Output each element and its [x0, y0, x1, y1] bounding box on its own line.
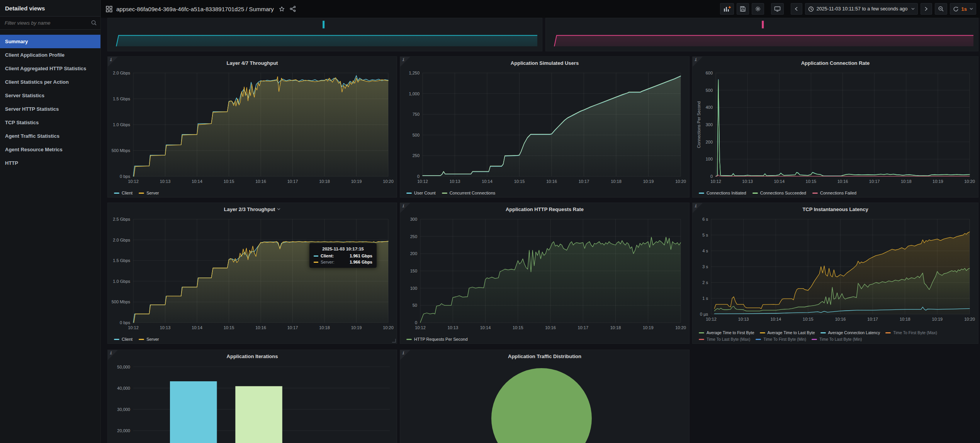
panel-title[interactable]: Application Iterations: [108, 350, 397, 362]
sidebar-item-client-application-profile[interactable]: Client Application Profile: [0, 48, 100, 62]
legend-item[interactable]: Connections Failed: [812, 191, 856, 195]
panel-title[interactable]: Layer 2/3 Throughput: [108, 203, 397, 215]
sidebar-item-tcp-statistics[interactable]: TCP Statistics: [0, 116, 100, 129]
panel-title[interactable]: Layer 4/7 Throughput: [108, 57, 397, 69]
star-icon[interactable]: [279, 6, 285, 12]
chart-legend: HTTP Requests Per Second: [406, 337, 686, 342]
svg-text:10:15: 10:15: [803, 317, 814, 321]
svg-text:600: 600: [706, 71, 713, 75]
dashboard-grid-icon[interactable]: [106, 6, 112, 12]
panel-resize-handle[interactable]: [392, 339, 396, 343]
legend-item[interactable]: Time To Last Byte (Min): [812, 337, 862, 342]
svg-text:10:19: 10:19: [932, 317, 943, 321]
zoom-out-icon[interactable]: [935, 3, 947, 15]
svg-text:5 s: 5 s: [702, 233, 708, 237]
svg-text:0 µs: 0 µs: [700, 312, 708, 316]
legend-item[interactable]: Connections Succeeded: [752, 191, 806, 195]
svg-text:6 s: 6 s: [702, 217, 708, 222]
sidebar-item-client-statistics-per-action[interactable]: Client Statistics per Action: [0, 75, 100, 89]
panel-info-icon[interactable]: i: [108, 350, 118, 360]
panel-info-icon[interactable]: i: [108, 57, 118, 67]
tooltip-row-server: Server: 1.966 Gbps: [314, 260, 372, 264]
svg-text:250: 250: [413, 153, 420, 158]
dashboard-topbar: appsec-86fa09e4-369a-46fc-a51a-833891701…: [100, 0, 980, 18]
chart-area[interactable]: 05010015020025030010:1210:1310:1410:1510…: [403, 215, 686, 332]
settings-gear-icon[interactable]: [752, 3, 764, 15]
panel-title[interactable]: Application Connection Rate: [693, 57, 978, 69]
svg-text:10:19: 10:19: [932, 179, 943, 184]
panel-info-icon[interactable]: i: [693, 57, 703, 67]
chevron-down-icon: [911, 8, 915, 10]
sidebar-item-server-http-statistics[interactable]: Server HTTP Statistics: [0, 102, 100, 116]
legend-item[interactable]: Time To Last Byte (Max): [699, 337, 750, 342]
panel-overview-server-cutoff[interactable]: [545, 18, 978, 51]
panel-title[interactable]: TCP Instantaneous Latency: [693, 203, 978, 215]
chart-area[interactable]: 010020030040050060010:1210:1310:1410:151…: [696, 69, 975, 186]
panel-title[interactable]: Application Traffic Distribution: [400, 350, 689, 362]
svg-text:2.0 Gbps: 2.0 Gbps: [113, 71, 130, 75]
save-dashboard-button[interactable]: [737, 3, 749, 15]
share-icon[interactable]: [290, 6, 296, 12]
legend-item[interactable]: Client: [114, 191, 132, 195]
chart-area[interactable]: [109, 19, 540, 49]
dashboard-title[interactable]: appsec-86fa09e4-369a-46fc-a51a-833891701…: [116, 6, 274, 12]
sidebar-item-client-aggregated-http-statistics[interactable]: Client Aggregated HTTP Statistics: [0, 62, 100, 75]
panel-title[interactable]: Application HTTP Requests Rate: [400, 203, 689, 215]
legend-item[interactable]: Average Time to First Byte: [699, 330, 754, 335]
chart-area[interactable]: 02505007501,0001,25010:1210:1310:1410:15…: [403, 69, 686, 186]
chart-area[interactable]: [547, 19, 977, 49]
svg-text:500: 500: [413, 133, 420, 137]
legend-item[interactable]: Average Connection Latency: [820, 330, 880, 335]
svg-text:10:20: 10:20: [964, 317, 975, 321]
legend-item[interactable]: Concurrent Connections: [442, 191, 496, 195]
legend-item[interactable]: Average Time to Last Byte: [760, 330, 815, 335]
svg-text:2.5 Gbps: 2.5 Gbps: [113, 217, 130, 222]
legend-item[interactable]: Time To First Byte (Max): [885, 330, 937, 335]
panel-http-requests-rate: i Application HTTP Requests Rate 0501001…: [400, 203, 690, 344]
add-panel-button[interactable]: [720, 3, 734, 15]
chart-area[interactable]: 0 µs1 s2 s3 s4 s5 s6 s10:1210:1310:1410:…: [696, 215, 975, 323]
grafana-dashboard: Detailed views SummaryClient Application…: [0, 0, 980, 443]
time-range-picker[interactable]: 2025-11-03 10:11:57 to a few seconds ago: [805, 3, 918, 15]
cycle-view-tv-icon[interactable]: [771, 3, 784, 15]
svg-text:10:18: 10:18: [900, 317, 910, 321]
sidebar-item-http[interactable]: HTTP: [0, 156, 100, 170]
time-shift-forward-button[interactable]: [921, 3, 932, 15]
panel-menu-caret-icon[interactable]: [277, 208, 280, 210]
sidebar-item-agent-traffic-statistics[interactable]: Agent Traffic Statistics: [0, 129, 100, 143]
svg-text:1.0 Gbps: 1.0 Gbps: [113, 279, 130, 284]
series-color-dash: [314, 262, 318, 263]
sidebar-item-server-statistics[interactable]: Server Statistics: [0, 89, 100, 102]
sidebar-item-summary[interactable]: Summary: [0, 35, 100, 48]
chart-legend: Connections InitiatedConnections Succeed…: [699, 191, 975, 195]
svg-text:2.0 Gbps: 2.0 Gbps: [113, 238, 130, 242]
panel-info-icon[interactable]: i: [400, 57, 410, 67]
legend-item[interactable]: Client: [114, 337, 132, 342]
panel-connection-rate: i Application Connection Rate 0100200300…: [692, 56, 978, 198]
chart-area[interactable]: 50,00040,00030,00020,000: [111, 362, 394, 443]
panel-info-icon[interactable]: i: [693, 203, 703, 213]
legend-item[interactable]: Server: [139, 191, 159, 195]
chart-area[interactable]: [403, 362, 686, 443]
panel-info-icon[interactable]: i: [400, 350, 410, 360]
panel-overview-client-cutoff[interactable]: [107, 18, 542, 51]
panel-title[interactable]: Application Simulated Users: [400, 57, 689, 69]
chart-area[interactable]: 0 bps500 Mbps1.0 Gbps1.5 Gbps2.0 Gbps10:…: [111, 69, 394, 186]
svg-text:500 Mbps: 500 Mbps: [112, 148, 131, 153]
sidebar-item-agent-resource-metrics[interactable]: Agent Resource Metrics: [0, 143, 100, 156]
legend-item[interactable]: Connections Initiated: [699, 191, 746, 195]
legend-item[interactable]: User Count: [406, 191, 436, 195]
legend-item[interactable]: Server: [139, 337, 159, 342]
legend-item[interactable]: Time To First Byte (Min): [756, 337, 806, 342]
sidebar-title: Detailed views: [0, 0, 100, 16]
refresh-picker[interactable]: 1s: [950, 3, 976, 15]
chart-area[interactable]: 0 bps500 Mbps1.0 Gbps1.5 Gbps2.0 Gbps2.5…: [111, 215, 394, 332]
svg-text:10:13: 10:13: [450, 179, 460, 184]
panel-info-icon[interactable]: i: [400, 203, 410, 213]
time-shift-back-button[interactable]: [791, 3, 802, 15]
legend-item[interactable]: HTTP Requests Per Second: [406, 337, 468, 342]
time-range-label: 2025-11-03 10:11:57 to a few seconds ago: [817, 6, 908, 12]
svg-text:10:12: 10:12: [710, 179, 721, 184]
svg-text:10:16: 10:16: [546, 179, 557, 184]
filter-views-input[interactable]: [0, 17, 100, 29]
